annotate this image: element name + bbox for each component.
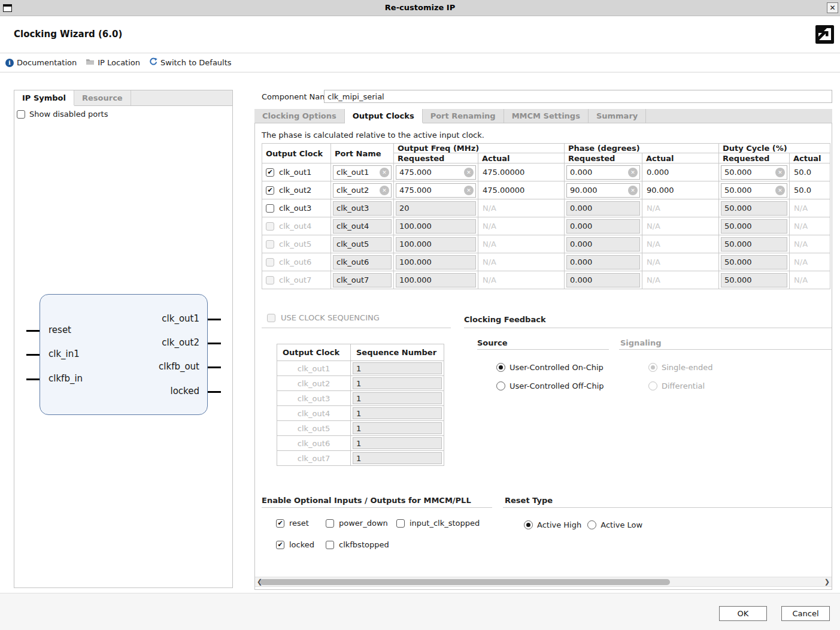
sequence-clock-label: clk_out7 bbox=[277, 454, 350, 463]
divider bbox=[262, 328, 451, 328]
clear-icon[interactable]: ✕ bbox=[628, 168, 638, 177]
col-group-duty-cycle: Duty Cycle (%) bbox=[719, 144, 830, 153]
port-stub bbox=[208, 367, 221, 368]
output-clock-checkbox[interactable] bbox=[266, 168, 274, 177]
freq-requested-field: 100.000 bbox=[396, 219, 476, 234]
freq-requested-field: 100.000 bbox=[396, 255, 476, 269]
freq-actual-value: N/A bbox=[478, 253, 565, 271]
source-radio-group: User-Controlled On-ChipUser-Controlled O… bbox=[496, 362, 604, 390]
port-stub bbox=[208, 319, 221, 320]
radio-icon bbox=[496, 363, 505, 372]
duty-actual-value: 50.0 bbox=[790, 181, 830, 199]
divider bbox=[464, 328, 832, 328]
close-button[interactable]: ✕ bbox=[827, 2, 838, 13]
radio-icon bbox=[648, 363, 657, 372]
recustomize-ip-dialog: Re-customize IP ✕ Clocking Wizard (6.0) … bbox=[0, 0, 840, 630]
port-name-field[interactable]: clk_out1✕ bbox=[333, 165, 392, 180]
checkbox-locked[interactable]: locked bbox=[276, 540, 314, 549]
use-clock-sequencing-label: USE CLOCK SEQUENCING bbox=[281, 313, 380, 322]
radio-icon bbox=[587, 520, 596, 529]
output-clock-checkbox[interactable] bbox=[266, 204, 274, 213]
table-row: clk_out21 bbox=[277, 376, 444, 391]
output-clocks-panel: The phase is calculated relative to the … bbox=[254, 123, 832, 590]
ip-location-link[interactable]: IP Location bbox=[86, 58, 140, 67]
checkbox-power-down[interactable]: power_down bbox=[326, 519, 388, 528]
dialog-title: Clocking Wizard (6.0) bbox=[14, 29, 122, 40]
table-row: clk_out5clk_out5100.000N/A0.000N/A50.000… bbox=[262, 235, 830, 253]
sequence-clock-label: clk_out1 bbox=[277, 364, 350, 373]
duty-requested-field[interactable]: 50.000✕ bbox=[721, 165, 787, 180]
scrollbar-thumb[interactable] bbox=[260, 579, 670, 585]
phase-requested-field[interactable]: 90.000✕ bbox=[566, 183, 640, 198]
switch-to-defaults-link[interactable]: Switch to Defaults bbox=[149, 57, 232, 68]
clear-icon[interactable]: ✕ bbox=[464, 168, 474, 177]
phase-actual-value: 0.000 bbox=[642, 163, 719, 181]
col-subheader-actual-3: Actual bbox=[478, 153, 565, 163]
ok-button[interactable]: OK bbox=[719, 606, 767, 621]
radio-source-user-controlled-off-chip[interactable]: User-Controlled Off-Chip bbox=[496, 381, 604, 390]
freq-actual-value: N/A bbox=[478, 271, 565, 289]
output-clock-label: clk_out1 bbox=[279, 168, 311, 177]
documentation-link[interactable]: i Documentation bbox=[5, 58, 77, 67]
col-header-sequence-number: Sequence Number bbox=[351, 344, 444, 361]
switch-to-defaults-label: Switch to Defaults bbox=[160, 58, 232, 67]
radio-icon bbox=[496, 381, 505, 390]
freq-requested-field[interactable]: 475.000✕ bbox=[396, 183, 476, 198]
phase-requested-field: 0.000 bbox=[566, 219, 640, 234]
radio-reset-type-active-high[interactable]: Active High bbox=[524, 520, 581, 529]
radio-reset-type-active-low[interactable]: Active Low bbox=[587, 520, 642, 529]
table-row: clk_out11 bbox=[277, 361, 444, 376]
show-disabled-ports-checkbox[interactable]: Show disabled ports bbox=[17, 110, 108, 119]
clear-icon[interactable]: ✕ bbox=[380, 168, 389, 177]
clear-icon[interactable]: ✕ bbox=[775, 168, 785, 177]
output-clock-checkbox bbox=[266, 258, 274, 266]
table-row: clk_out61 bbox=[277, 436, 444, 451]
signaling-radio-group: Single-endedDifferential bbox=[648, 362, 712, 390]
port-label-reset: reset bbox=[48, 325, 71, 335]
duty-requested-field[interactable]: 50.000✕ bbox=[721, 183, 787, 198]
dialog-footer: OK Cancel bbox=[0, 593, 840, 630]
radio-source-user-controlled-on-chip[interactable]: User-Controlled On-Chip bbox=[496, 362, 604, 372]
phase-actual-value: N/A bbox=[642, 217, 719, 235]
freq-requested-field[interactable]: 475.000✕ bbox=[396, 165, 476, 180]
divider bbox=[262, 507, 492, 508]
output-clock-checkbox bbox=[266, 222, 274, 231]
refresh-icon bbox=[149, 57, 157, 68]
toolbar: i Documentation IP Location Switch to De… bbox=[0, 53, 840, 72]
col-subheader-actual-7: Actual bbox=[790, 153, 830, 163]
cancel-button[interactable]: Cancel bbox=[781, 606, 830, 621]
duty-requested-field: 50.000 bbox=[721, 201, 787, 216]
component-name-input[interactable]: clk_mipi_serial bbox=[324, 90, 832, 103]
phase-requested-field[interactable]: 0.000✕ bbox=[566, 165, 640, 180]
freq-actual-value: N/A bbox=[478, 199, 565, 217]
duty-actual-value: 50.0 bbox=[790, 163, 830, 181]
clear-icon[interactable]: ✕ bbox=[775, 186, 785, 195]
checkbox-clkfbstopped[interactable]: clkfbstopped bbox=[326, 540, 389, 549]
port-name-field[interactable]: clk_out2✕ bbox=[333, 183, 392, 198]
freq-requested-field: 100.000 bbox=[396, 273, 476, 287]
info-icon: i bbox=[5, 59, 14, 67]
freq-actual-value: N/A bbox=[478, 235, 565, 253]
port-label-locked: locked bbox=[171, 386, 200, 396]
clear-icon[interactable]: ✕ bbox=[464, 186, 474, 195]
divider bbox=[619, 349, 832, 350]
tab-ip-symbol[interactable]: IP Symbol bbox=[14, 90, 74, 105]
tab-mmcm-settings[interactable]: MMCM Settings bbox=[504, 109, 589, 123]
tab-output-clocks[interactable]: Output Clocks bbox=[345, 109, 423, 123]
checkbox-reset[interactable]: reset bbox=[276, 519, 309, 528]
table-row: clk_out2clk_out2✕475.000✕475.0000090.000… bbox=[262, 181, 830, 199]
sequence-number-field: 1 bbox=[353, 437, 442, 449]
horizontal-scrollbar[interactable]: ❮ ❯ bbox=[255, 577, 832, 587]
clear-icon[interactable]: ✕ bbox=[628, 186, 638, 195]
tab-clocking-options[interactable]: Clocking Options bbox=[254, 109, 345, 123]
clear-icon[interactable]: ✕ bbox=[380, 186, 389, 195]
tab-port-renaming[interactable]: Port Renaming bbox=[423, 109, 504, 123]
tab-resource[interactable]: Resource bbox=[74, 90, 131, 105]
checkbox-input-clk-stopped[interactable]: input_clk_stopped bbox=[396, 519, 480, 528]
output-clock-checkbox[interactable] bbox=[266, 186, 274, 195]
tab-summary[interactable]: Summary bbox=[589, 109, 646, 123]
scroll-right-icon[interactable]: ❯ bbox=[824, 578, 830, 586]
ip-symbol-diagram: resetclk_in1clkfb_inclk_out1clk_out2clkf… bbox=[40, 294, 208, 415]
optional-io-title: Enable Optional Inputs / Outputs for MMC… bbox=[262, 496, 471, 505]
freq-actual-value: N/A bbox=[478, 217, 565, 235]
